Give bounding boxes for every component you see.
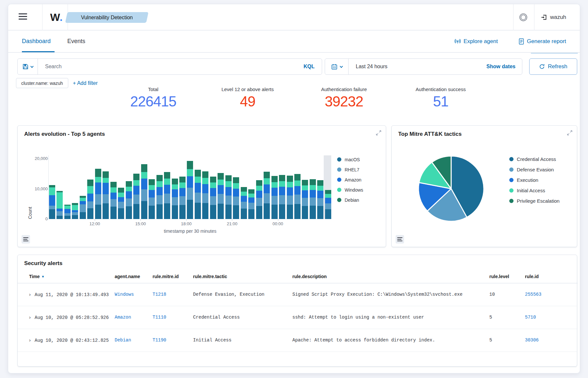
- bar-23:30[interactable]: [271, 176, 278, 219]
- bar-10:00[interactable]: [64, 205, 71, 219]
- mitre_id-link[interactable]: T1110: [153, 315, 166, 320]
- legend-item-Credential Access[interactable]: Credential Access: [509, 154, 560, 164]
- rule_id-link[interactable]: 30306: [525, 338, 539, 343]
- expand-row-icon[interactable]: ›: [29, 291, 31, 297]
- bar-segment-RHEL7: [279, 195, 285, 204]
- bar-09:00[interactable]: [49, 185, 55, 219]
- bar-segment-Windows: [80, 198, 86, 201]
- bar-00:00[interactable]: [279, 175, 285, 219]
- bar-12:00[interactable]: [95, 169, 101, 219]
- bar-segment-Amazon: [256, 191, 262, 198]
- search-input[interactable]: Search: [38, 64, 303, 70]
- legend-item-Windows[interactable]: Windows: [337, 185, 363, 195]
- legend-item-RHEL7[interactable]: RHEL7: [337, 165, 363, 175]
- bar-14:30[interactable]: [133, 174, 139, 219]
- column-header-rule.mitre.tactic: rule.mitre.tactic: [193, 270, 292, 283]
- bar-16:30[interactable]: [164, 172, 170, 219]
- divider: [42, 4, 42, 30]
- bar-03:00[interactable]: [325, 190, 331, 219]
- wazuh-logo[interactable]: W.: [45, 4, 68, 30]
- breadcrumb[interactable]: Vulnerability Detection: [65, 12, 148, 23]
- add-filter-button[interactable]: + Add filter: [73, 78, 98, 88]
- bar-segment-macOS: [271, 205, 278, 219]
- agent-link[interactable]: Amazon: [115, 315, 131, 320]
- bar-19:00[interactable]: [202, 171, 208, 219]
- bar-16:00[interactable]: [156, 175, 163, 219]
- refresh-button[interactable]: Refresh: [529, 58, 577, 75]
- bar-02:00[interactable]: [310, 179, 316, 219]
- saved-queries-button[interactable]: [18, 59, 38, 74]
- bar-23:00[interactable]: [264, 172, 270, 219]
- filter-pill-cluster-name[interactable]: cluster.name: wazuh: [16, 78, 68, 88]
- bar-21:00[interactable]: [233, 177, 239, 219]
- mitre_id-link[interactable]: T1190: [153, 338, 166, 343]
- bar-14:00[interactable]: [126, 181, 132, 219]
- expand-icon[interactable]: [375, 130, 382, 136]
- agent-link[interactable]: Debian: [115, 338, 131, 343]
- tab-dashboard[interactable]: Dashboard: [22, 30, 51, 53]
- bar-18:30[interactable]: [195, 170, 201, 219]
- menu-icon[interactable]: [19, 13, 27, 21]
- bar-segment-Debian: [294, 174, 301, 180]
- bar-13:30[interactable]: [118, 188, 124, 219]
- tab-events[interactable]: Events: [67, 30, 85, 53]
- show-dates-button[interactable]: Show dates: [486, 64, 522, 70]
- bar-01:30[interactable]: [302, 180, 308, 219]
- bar-segment-RHEL7: [302, 198, 308, 206]
- bar-17:00[interactable]: [172, 179, 178, 219]
- bar-02:30[interactable]: [317, 180, 323, 219]
- mitre_id-link[interactable]: T1218: [153, 292, 166, 297]
- health-status-icon[interactable]: [519, 13, 528, 22]
- bar-15:30[interactable]: [149, 179, 155, 219]
- expand-row-icon[interactable]: ›: [29, 314, 31, 320]
- bar-15:00[interactable]: [141, 164, 147, 219]
- bar-21:30[interactable]: [241, 187, 247, 219]
- bar-20:00[interactable]: [218, 173, 224, 219]
- legend-label: Amazon: [345, 177, 361, 182]
- bar-22:00[interactable]: [248, 189, 254, 219]
- legend-item-Privilege Escalation[interactable]: Privilege Escalation: [509, 196, 560, 206]
- bar-01:00[interactable]: [294, 174, 301, 219]
- date-picker: Last 24 hours Show dates: [325, 58, 522, 75]
- kql-toggle[interactable]: KQL: [303, 64, 322, 70]
- agent-link[interactable]: Windows: [115, 292, 134, 297]
- bar-10:30[interactable]: [72, 203, 78, 219]
- bar-11:00[interactable]: [80, 196, 86, 219]
- legend-item-Debian[interactable]: Debian: [337, 195, 363, 205]
- inspect-list-icon[interactable]: [22, 235, 30, 244]
- bar-segment-RHEL7: [264, 193, 270, 203]
- calendar-button[interactable]: [325, 59, 349, 74]
- legend-item-macOS[interactable]: macOS: [337, 154, 363, 165]
- bar-13:00[interactable]: [110, 182, 117, 219]
- cell-level: 10: [489, 283, 525, 306]
- date-range-value[interactable]: Last 24 hours: [349, 64, 486, 70]
- inspect-list-icon[interactable]: [396, 235, 404, 244]
- bar-12:30[interactable]: [103, 171, 109, 219]
- legend-item-Initial Access[interactable]: Initial Access: [509, 185, 560, 196]
- bar-segment-Debian: [126, 181, 132, 187]
- bar-19:30[interactable]: [210, 177, 216, 219]
- explore-agent-button[interactable]: Explore agent: [454, 30, 498, 53]
- y-axis: [48, 155, 49, 219]
- bar-00:30[interactable]: [287, 176, 293, 219]
- bar-11:30[interactable]: [87, 180, 93, 219]
- cell-agent: Windows: [115, 283, 153, 306]
- bar-18:00[interactable]: [187, 161, 193, 219]
- generate-report-button[interactable]: Generate report: [518, 30, 566, 53]
- report-icon: [518, 38, 524, 45]
- bar-20:30[interactable]: [225, 175, 232, 219]
- expand-row-icon[interactable]: ›: [29, 337, 31, 343]
- user-menu[interactable]: wazuh: [541, 4, 566, 30]
- rule_id-link[interactable]: 255563: [525, 292, 541, 297]
- bar-segment-Windows: [202, 178, 208, 184]
- legend-item-Defense Evasion[interactable]: Defense Evasion: [509, 164, 560, 175]
- legend-item-Amazon[interactable]: Amazon: [337, 175, 363, 185]
- bar-17:30[interactable]: [179, 177, 186, 219]
- bar-22:30[interactable]: [256, 180, 262, 219]
- column-header-Time[interactable]: Time▼: [18, 270, 115, 283]
- top-bar: W. Vulnerability Detection wazuh: [8, 4, 580, 30]
- bar-09:30[interactable]: [57, 191, 63, 219]
- rule_id-link[interactable]: 5710: [525, 315, 536, 320]
- expand-icon[interactable]: [566, 130, 573, 136]
- legend-item-Execution[interactable]: Execution: [509, 175, 560, 185]
